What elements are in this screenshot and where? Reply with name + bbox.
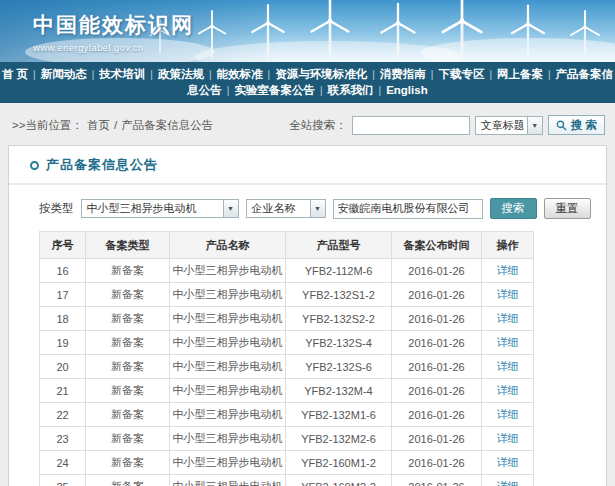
nav-item[interactable]: 实验室备案公告 bbox=[229, 83, 320, 98]
cell-type: 新备案 bbox=[86, 355, 170, 379]
site-search-button-label: 搜 索 bbox=[571, 118, 597, 133]
detail-link[interactable]: 详细 bbox=[497, 288, 519, 300]
cell-action: 详细 bbox=[482, 475, 534, 486]
detail-link[interactable]: 详细 bbox=[497, 432, 519, 444]
nav-item[interactable]: English bbox=[381, 84, 433, 96]
site-search-label: 全站搜索： bbox=[289, 118, 347, 133]
cell-seq: 20 bbox=[40, 355, 86, 379]
site-header: 中国能效标识网 www.energylabel.gov.cn bbox=[0, 0, 615, 62]
detail-link[interactable]: 详细 bbox=[497, 480, 519, 486]
cell-model: YFB2-160M2-2 bbox=[286, 475, 392, 486]
detail-link[interactable]: 详细 bbox=[497, 408, 519, 420]
cell-action: 详细 bbox=[482, 451, 534, 475]
cell-seq: 18 bbox=[40, 307, 86, 331]
cell-type: 新备案 bbox=[86, 427, 170, 451]
content-card: 产品备案信息公告 按类型 中小型三相异步电动机 ▼ 企业名称 ▼ 搜索 重置 bbox=[8, 145, 607, 486]
cell-date: 2016-01-26 bbox=[392, 379, 482, 403]
nav-item[interactable]: 政策法规 bbox=[153, 67, 209, 82]
page: 中国能效标识网 www.energylabel.gov.cn 首 页|新闻动态|… bbox=[0, 0, 615, 486]
col-header-type: 备案类型 bbox=[86, 232, 170, 259]
cell-type: 新备案 bbox=[86, 475, 170, 486]
product-type-value: 中小型三相异步电动机 bbox=[82, 200, 223, 217]
cell-name: 中小型三相异步电动机 bbox=[170, 403, 286, 427]
breadcrumb-current: 产品备案信息公告 bbox=[121, 118, 213, 133]
table-row: 24 新备案 中小型三相异步电动机 YFB2-160M1-2 2016-01-2… bbox=[40, 451, 534, 475]
site-name: 中国能效标识网 bbox=[33, 11, 194, 39]
detail-link[interactable]: 详细 bbox=[497, 456, 519, 468]
cell-seq: 16 bbox=[40, 259, 86, 283]
site-search-button[interactable]: 搜 索 bbox=[548, 115, 605, 135]
cell-name: 中小型三相异步电动机 bbox=[170, 451, 286, 475]
search-category-select[interactable]: 文章标题 ▼ bbox=[475, 116, 543, 135]
cell-type: 新备案 bbox=[86, 259, 170, 283]
cell-name: 中小型三相异步电动机 bbox=[170, 475, 286, 486]
records-table: 序号 备案类型 产品名称 产品型号 备案公布时间 操作 16 新备案 中小型三相… bbox=[39, 231, 534, 486]
cell-model: YFB2-132M2-6 bbox=[286, 427, 392, 451]
nav-item[interactable]: 联系我们 bbox=[323, 83, 379, 98]
nav-item[interactable]: 新闻动态 bbox=[36, 67, 92, 82]
nav-row-2: 息公告|实验室备案公告|联系我们|English bbox=[0, 82, 615, 98]
table-row: 19 新备案 中小型三相异步电动机 YFB2-132S-4 2016-01-26… bbox=[40, 331, 534, 355]
cell-name: 中小型三相异步电动机 bbox=[170, 283, 286, 307]
nav-item[interactable]: 能效标准 bbox=[212, 67, 268, 82]
detail-link[interactable]: 详细 bbox=[497, 312, 519, 324]
site-search: 全站搜索： 文章标题 ▼ 搜 索 bbox=[289, 115, 605, 135]
nav-item[interactable]: 产品备案信 bbox=[551, 67, 615, 82]
breadcrumb-separator: / bbox=[114, 119, 117, 131]
breadcrumb-bar: >>当前位置： 首页 / 产品备案信息公告 全站搜索： 文章标题 ▼ 搜 索 bbox=[8, 115, 607, 145]
nav-item[interactable]: 网上备案 bbox=[492, 67, 548, 82]
cell-type: 新备案 bbox=[86, 451, 170, 475]
detail-link[interactable]: 详细 bbox=[497, 360, 519, 372]
nav-item[interactable]: 消费指南 bbox=[375, 67, 431, 82]
col-header-seq: 序号 bbox=[40, 232, 86, 259]
search-category-value: 文章标题 bbox=[476, 117, 527, 134]
nav-item[interactable]: 首 页 bbox=[0, 67, 33, 82]
detail-link[interactable]: 详细 bbox=[497, 264, 519, 276]
chevron-down-icon: ▼ bbox=[527, 117, 542, 134]
cell-type: 新备案 bbox=[86, 283, 170, 307]
nav-item[interactable]: 下载专区 bbox=[433, 67, 489, 82]
detail-link[interactable]: 详细 bbox=[497, 384, 519, 396]
site-url: www.energylabel.gov.cn bbox=[33, 42, 194, 53]
nav-item[interactable]: 技术培训 bbox=[94, 67, 150, 82]
cell-seq: 22 bbox=[40, 403, 86, 427]
cell-type: 新备案 bbox=[86, 379, 170, 403]
nav-item[interactable]: 息公告 bbox=[182, 83, 227, 98]
cell-seq: 23 bbox=[40, 427, 86, 451]
cell-type: 新备案 bbox=[86, 331, 170, 355]
nav-item[interactable]: 资源与环境标准化 bbox=[270, 67, 372, 82]
table-row: 16 新备案 中小型三相异步电动机 YFB2-112M-6 2016-01-26… bbox=[40, 259, 534, 283]
cell-model: YFB2-160M1-2 bbox=[286, 451, 392, 475]
filter-search-button[interactable]: 搜索 bbox=[490, 198, 537, 219]
cell-model: YFB2-132M-4 bbox=[286, 379, 392, 403]
cell-date: 2016-01-26 bbox=[392, 427, 482, 451]
filter-reset-button[interactable]: 重置 bbox=[544, 198, 591, 219]
cell-type: 新备案 bbox=[86, 403, 170, 427]
company-field-select[interactable]: 企业名称 ▼ bbox=[246, 199, 326, 218]
breadcrumb-home-link[interactable]: 首页 bbox=[87, 118, 110, 133]
table-row: 21 新备案 中小型三相异步电动机 YFB2-132M-4 2016-01-26… bbox=[40, 379, 534, 403]
col-header-name: 产品名称 bbox=[170, 232, 286, 259]
company-name-input[interactable] bbox=[333, 199, 483, 219]
product-type-select[interactable]: 中小型三相异步电动机 ▼ bbox=[81, 199, 239, 218]
chevron-down-icon: ▼ bbox=[310, 200, 325, 217]
cell-model: YFB2-132S-6 bbox=[286, 355, 392, 379]
cell-action: 详细 bbox=[482, 403, 534, 427]
circle-bullet-icon bbox=[30, 161, 39, 170]
cell-type: 新备案 bbox=[86, 307, 170, 331]
table-header-row: 序号 备案类型 产品名称 产品型号 备案公布时间 操作 bbox=[40, 232, 534, 259]
cell-name: 中小型三相异步电动机 bbox=[170, 307, 286, 331]
cell-action: 详细 bbox=[482, 355, 534, 379]
filter-bar: 按类型 中小型三相异步电动机 ▼ 企业名称 ▼ 搜索 重置 bbox=[9, 185, 606, 231]
table-row: 18 新备案 中小型三相异步电动机 YFB2-132S2-2 2016-01-2… bbox=[40, 307, 534, 331]
filter-type-label: 按类型 bbox=[39, 201, 74, 216]
col-header-action: 操作 bbox=[482, 232, 534, 259]
cell-action: 详细 bbox=[482, 427, 534, 451]
cell-seq: 21 bbox=[40, 379, 86, 403]
table-row: 23 新备案 中小型三相异步电动机 YFB2-132M2-6 2016-01-2… bbox=[40, 427, 534, 451]
cell-date: 2016-01-26 bbox=[392, 475, 482, 486]
detail-link[interactable]: 详细 bbox=[497, 336, 519, 348]
site-search-input[interactable] bbox=[352, 116, 470, 135]
site-logo[interactable]: 中国能效标识网 www.energylabel.gov.cn bbox=[33, 11, 194, 53]
cell-date: 2016-01-26 bbox=[392, 355, 482, 379]
